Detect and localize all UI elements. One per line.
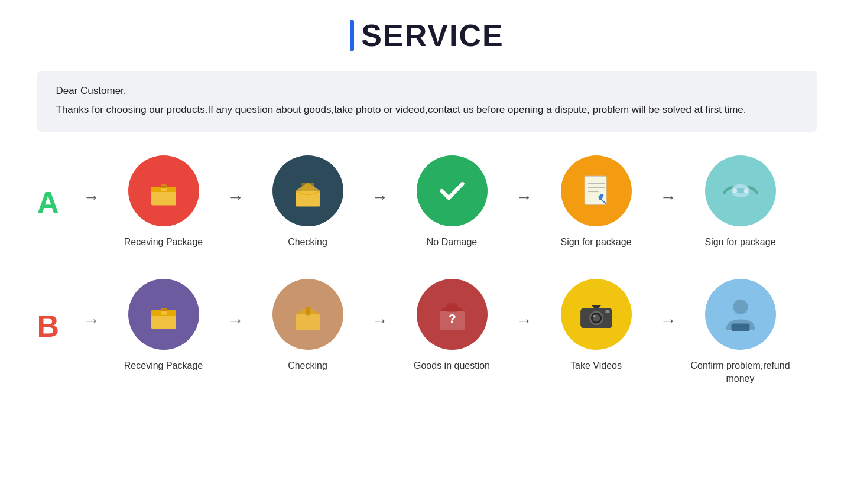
- flow-section: A→ Receving Package→ Checking→ No Damage…: [37, 155, 817, 415]
- flow-step-b3: ? Goods in question: [393, 279, 511, 372]
- step-label-b2: Checking: [288, 359, 327, 372]
- page-title: SERVICE: [361, 18, 504, 53]
- arrow-icon: →: [223, 279, 249, 330]
- flow-row-a: A→ Receving Package→ Checking→ No Damage…: [37, 155, 817, 249]
- arrow-icon: →: [367, 155, 393, 207]
- flow-label-a: A: [37, 155, 79, 220]
- arrow-char: →: [516, 188, 532, 207]
- step-label-a1: Receving Package: [124, 236, 203, 249]
- arrow-icon: →: [79, 155, 105, 207]
- arrow-icon: →: [655, 279, 681, 330]
- flow-steps-a: Receving Package→ Checking→ No Damage→ S…: [105, 155, 817, 249]
- flow-step-a5: Sign for package: [681, 155, 800, 249]
- svg-rect-19: [305, 307, 310, 315]
- step-label-b1: Receving Package: [124, 359, 203, 372]
- svg-rect-31: [731, 323, 749, 331]
- flow-step-b5: Confirm problem,refund money: [681, 279, 800, 386]
- step-label-a5: Sign for package: [704, 236, 775, 249]
- flow-label-b: B: [37, 279, 79, 344]
- flow-row-b: B→ Receving Package→ Checking→ ? Goods i…: [37, 279, 817, 386]
- step-label-b4: Take Videos: [570, 359, 622, 372]
- arrow-char: →: [228, 188, 244, 207]
- arrow-icon: →: [511, 155, 537, 207]
- step-circle-a4: [561, 155, 632, 226]
- step-circle-a2: [272, 155, 343, 226]
- svg-point-13: [743, 189, 748, 193]
- notice-box: Dear Customer, Thanks for choosing our p…: [37, 71, 817, 132]
- notice-greeting: Dear Customer,: [56, 85, 798, 97]
- flow-step-b2: Checking: [249, 279, 367, 372]
- svg-text:?: ?: [448, 311, 456, 326]
- svg-rect-29: [605, 310, 609, 313]
- step-circle-b3: ?: [417, 279, 488, 350]
- arrow-icon: →: [223, 155, 249, 207]
- step-label-a2: Checking: [288, 236, 327, 249]
- step-label-a3: No Damage: [427, 236, 477, 249]
- svg-rect-4: [296, 191, 320, 207]
- arrow-char: →: [660, 311, 677, 330]
- step-circle-a5: [705, 155, 776, 226]
- flow-step-a2: Checking: [249, 155, 367, 249]
- flow-step-a1: Receving Package: [105, 155, 223, 249]
- flow-step-b4: Take Videos: [537, 279, 655, 372]
- flow-step-a3: No Damage: [393, 155, 511, 249]
- flow-steps-b: Receving Package→ Checking→ ? Goods in q…: [105, 279, 817, 386]
- step-label-b3: Goods in question: [414, 359, 490, 372]
- step-circle-b5: [705, 279, 776, 350]
- flow-step-a4: Sign for package: [537, 155, 655, 249]
- arrow-char: →: [516, 311, 532, 330]
- step-circle-b2: [272, 279, 343, 350]
- arrow-char: →: [83, 188, 100, 207]
- title-accent-bar: [350, 20, 354, 51]
- step-circle-b1: [128, 279, 199, 350]
- step-circle-a1: [128, 155, 199, 226]
- svg-point-12: [733, 189, 737, 193]
- step-label-b5: Confirm problem,refund money: [681, 359, 800, 386]
- svg-point-5: [433, 173, 470, 210]
- arrow-char: →: [372, 188, 388, 207]
- svg-rect-3: [161, 185, 167, 188]
- flow-step-b1: Receving Package: [105, 279, 223, 372]
- notice-body: Thanks for choosing our products.If any …: [56, 102, 798, 118]
- arrow-icon: →: [79, 279, 105, 330]
- svg-point-28: [593, 314, 595, 317]
- arrow-icon: →: [655, 155, 681, 207]
- svg-rect-21: [446, 303, 457, 311]
- svg-rect-18: [296, 314, 320, 330]
- page-title-container: SERVICE: [350, 18, 504, 53]
- step-label-a4: Sign for package: [560, 236, 631, 249]
- arrow-char: →: [228, 311, 244, 330]
- step-circle-a3: [417, 155, 488, 226]
- step-circle-b4: [561, 279, 632, 350]
- arrow-icon: →: [367, 279, 393, 330]
- arrow-char: →: [660, 188, 677, 207]
- arrow-char: →: [372, 311, 388, 330]
- arrow-char: →: [83, 311, 100, 330]
- arrow-icon: →: [511, 279, 537, 330]
- svg-rect-17: [161, 308, 167, 311]
- svg-point-30: [733, 299, 748, 314]
